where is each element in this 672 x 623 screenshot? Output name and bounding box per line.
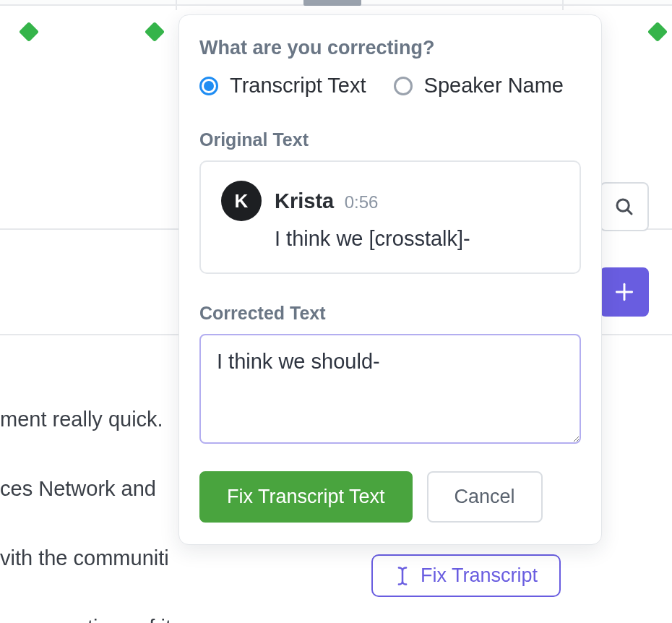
radio-label: Transcript Text	[230, 74, 366, 98]
marker-diamond[interactable]	[19, 22, 39, 42]
top-divider	[562, 0, 564, 10]
transcript-line: some portions of it	[0, 616, 171, 623]
transcript-line: ces Network and	[0, 477, 156, 500]
original-text-box: K Krista 0:56 I think we [crosstalk]-	[199, 160, 581, 274]
corrected-text-label: Corrected Text	[199, 303, 581, 324]
text-cursor-icon	[395, 566, 410, 586]
original-text-label: Original Text	[199, 129, 581, 150]
transcript-line: ment really quick.	[0, 408, 163, 431]
radio-indicator-selected	[199, 77, 218, 95]
marker-diamond[interactable]	[145, 22, 165, 42]
search-icon	[613, 196, 635, 218]
speaker-name: Krista	[275, 189, 334, 212]
radio-transcript-text[interactable]: Transcript Text	[199, 74, 366, 98]
correction-type-radio-group: Transcript Text Speaker Name	[199, 74, 581, 98]
add-button[interactable]	[600, 267, 649, 317]
avatar: K	[221, 181, 262, 221]
plus-icon	[613, 280, 636, 304]
svg-line-1	[627, 210, 632, 214]
timestamp: 0:56	[345, 192, 379, 212]
search-button[interactable]	[600, 182, 649, 231]
transcript-line: vith the communiti	[0, 546, 169, 570]
corrected-text-input[interactable]	[199, 334, 581, 444]
radio-indicator	[394, 77, 413, 95]
popover-title: What are you correcting?	[199, 37, 581, 59]
top-tab-indicator	[303, 0, 361, 6]
original-text-value: I think we [crosstalk]-	[275, 227, 559, 251]
fix-transcript-label: Fix Transcript	[421, 564, 538, 587]
radio-speaker-name[interactable]: Speaker Name	[394, 74, 564, 98]
correction-popover: What are you correcting? Transcript Text…	[178, 14, 602, 545]
marker-diamond[interactable]	[647, 22, 668, 42]
fix-transcript-text-button[interactable]: Fix Transcript Text	[199, 471, 413, 523]
top-divider	[176, 0, 177, 10]
cancel-button[interactable]: Cancel	[427, 471, 543, 523]
fix-transcript-button[interactable]: Fix Transcript	[371, 554, 561, 597]
radio-label: Speaker Name	[424, 74, 564, 98]
